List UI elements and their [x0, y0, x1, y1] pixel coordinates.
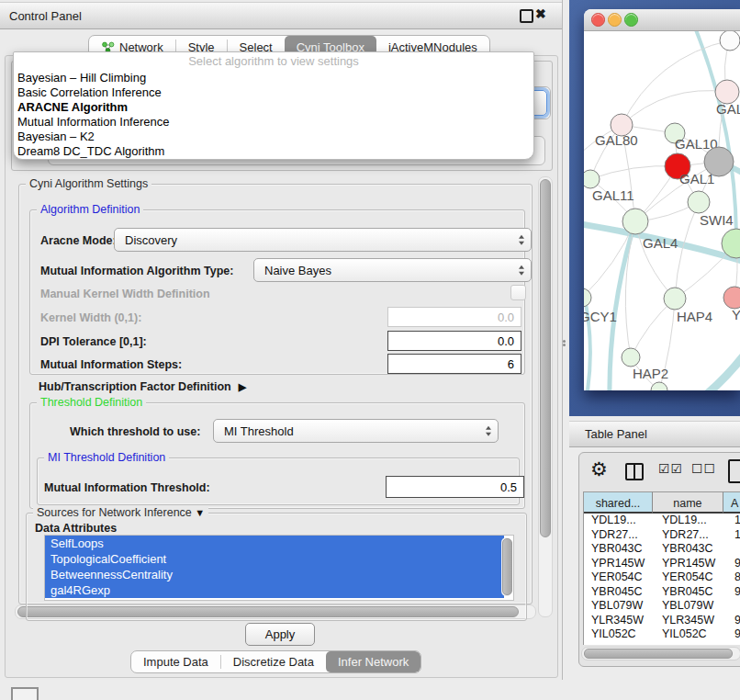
deselect-all-icon[interactable]: ☐☐ — [691, 461, 716, 476]
collapse-arrow-icon[interactable]: ▼ — [195, 507, 205, 518]
kernel-width-field[interactable]: 0.0 — [387, 307, 521, 327]
tab-discretize-data[interactable]: Discretize Data — [221, 651, 326, 672]
dropdown-option-selected[interactable]: ARACNE Algorithm — [14, 100, 533, 115]
table-cell[interactable]: YPR145W — [655, 557, 727, 571]
table-cell[interactable]: YBR043C — [584, 542, 655, 557]
network-node-hap4[interactable] — [664, 288, 686, 310]
table-cell[interactable]: YER054C — [584, 570, 655, 585]
table-cell[interactable]: 9 — [727, 627, 740, 642]
table-row[interactable]: YER054CYER054C8. — [584, 570, 740, 585]
network-node-gcy1[interactable] — [584, 288, 591, 307]
table-cell[interactable]: 13 — [727, 514, 740, 528]
network-edge[interactable] — [622, 91, 727, 125]
table-cell[interactable]: YER054C — [655, 570, 727, 585]
node-label: HAP2 — [633, 366, 668, 381]
table-row[interactable]: YBR043CYBR043C — [584, 542, 740, 557]
table-cell[interactable]: YIL052C — [655, 627, 727, 642]
table-cell[interactable]: 9. — [727, 585, 740, 600]
zoom-window-icon[interactable] — [624, 13, 638, 27]
mi-type-combobox[interactable]: Naive Bayes — [253, 258, 532, 282]
network-window[interactable]: GALGAL80GAL10GAL11GAL1GAL4SWI4GCY1HAP4YH… — [584, 9, 740, 390]
network-node-gal1[interactable] — [688, 191, 710, 213]
network-window-titlebar[interactable] — [584, 9, 740, 31]
list-scrollbar[interactable] — [501, 537, 511, 596]
dropdown-option[interactable]: Bayesian – Hill Climbing — [14, 71, 533, 85]
network-node-gal4[interactable] — [622, 209, 648, 234]
table-cell[interactable]: YBR045C — [584, 585, 655, 600]
network-canvas[interactable]: GALGAL80GAL10GAL11GAL1GAL4SWI4GCY1HAP4YH… — [584, 31, 740, 390]
table-horizontal-scrollbar[interactable] — [581, 647, 740, 660]
dropdown-option[interactable]: Bayesian – K2 — [14, 130, 533, 144]
panel-splitter-handle[interactable] — [563, 339, 567, 347]
manual-kernel-checkbox[interactable] — [510, 285, 526, 300]
minimize-window-icon[interactable] — [608, 13, 622, 27]
dropdown-option[interactable]: Dream8 DC_TDC Algorithm — [14, 144, 533, 159]
table-cell[interactable]: 9. — [727, 614, 740, 628]
table-cell[interactable]: YLR345W — [655, 614, 727, 628]
close-window-icon[interactable] — [591, 13, 605, 27]
scrollbar-thumb[interactable] — [584, 649, 733, 659]
attribute-item-selected[interactable]: SelfLoops — [45, 536, 504, 551]
mi-steps-field[interactable]: 6 — [387, 354, 521, 374]
which-threshold-combobox[interactable]: MI Threshold — [213, 419, 499, 443]
data-attributes-list[interactable]: SelfLoops TopologicalCoefficient Between… — [44, 535, 514, 601]
dropdown-option[interactable]: Mutual Information Inference — [14, 115, 533, 130]
close-icon[interactable]: ✖ — [535, 6, 546, 21]
mi-threshold-field[interactable]: 0.5 — [386, 476, 524, 498]
dropdown-option[interactable]: Basic Correlation Inference — [14, 85, 533, 100]
apply-button[interactable]: Apply — [245, 623, 315, 646]
table-cell[interactable]: YDL19... — [584, 514, 655, 528]
expand-arrow-icon[interactable]: ▶ — [239, 381, 246, 393]
table-row[interactable]: YIL052CYIL052C9 — [584, 627, 740, 642]
column-header-third[interactable]: A — [723, 491, 740, 514]
table-cell[interactable]: 8. — [727, 570, 740, 585]
table-cell[interactable]: YDR27... — [655, 528, 727, 543]
attribute-item-selected[interactable]: TopologicalCoefficient — [45, 551, 504, 567]
aracne-mode-combobox[interactable]: Discovery — [114, 228, 532, 252]
table-cell[interactable]: YDL19... — [655, 514, 727, 528]
network-node-y[interactable] — [723, 287, 740, 309]
table-cell[interactable]: YBR043C — [655, 542, 727, 557]
table-cell[interactable]: YLR345W — [584, 614, 655, 628]
settings-vertical-scrollbar[interactable] — [538, 176, 553, 617]
gear-icon[interactable]: ⚙ — [590, 458, 608, 480]
table-cell[interactable]: YDR27... — [584, 528, 655, 543]
table-row[interactable]: YLR345WYLR345W9. — [584, 614, 740, 628]
table-cell[interactable]: YBR045C — [655, 585, 727, 600]
attribute-item-selected[interactable]: BetweennessCentrality — [45, 567, 504, 582]
columns-icon[interactable] — [625, 463, 644, 480]
select-all-icon[interactable]: ☑☑ — [658, 461, 683, 476]
table-cell[interactable]: YBL079W — [584, 599, 655, 614]
network-node-hap2[interactable] — [622, 348, 640, 367]
network-node[interactable] — [651, 382, 667, 390]
table-cell[interactable]: YPR145W — [584, 557, 655, 571]
table-cell[interactable]: 9. — [727, 557, 740, 571]
hub-definition-section[interactable]: Hub/Transcription Factor Definition ▶ — [39, 380, 246, 393]
table-cell[interactable] — [727, 599, 740, 614]
dpi-tolerance-field[interactable]: 0.0 — [387, 331, 521, 351]
table-cell[interactable] — [727, 542, 740, 557]
export-table-icon[interactable] — [728, 459, 740, 483]
scrollbar-thumb[interactable] — [502, 538, 512, 595]
network-node[interactable] — [720, 31, 740, 51]
float-window-icon[interactable] — [520, 9, 533, 23]
node-label: GAL4 — [643, 235, 678, 251]
table-cell[interactable]: YBL079W — [655, 599, 727, 614]
table-row[interactable]: YDL19...YDL19...13 — [584, 514, 740, 528]
table-cell[interactable]: 12 — [727, 528, 740, 543]
network-edge[interactable] — [625, 221, 635, 357]
table-row[interactable]: YBL079WYBL079W — [584, 599, 740, 614]
floating-grip-icon[interactable] — [11, 687, 39, 700]
network-node-gal11[interactable] — [584, 170, 600, 188]
network-edge[interactable] — [665, 323, 740, 390]
tab-infer-network[interactable]: Infer Network — [326, 651, 420, 672]
table-row[interactable]: YDR27...YDR27...12 — [584, 528, 740, 543]
column-header-name[interactable]: name — [653, 491, 723, 514]
table-cell[interactable]: YIL052C — [584, 627, 655, 642]
attribute-item-selected[interactable]: gal4RGexp — [45, 582, 504, 598]
column-header-shared[interactable]: shared... — [584, 491, 653, 514]
scrollbar-thumb[interactable] — [540, 179, 551, 537]
table-row[interactable]: YBR045CYBR045C9. — [584, 585, 740, 600]
table-row[interactable]: YPR145WYPR145W9. — [584, 557, 740, 571]
tab-impute-data[interactable]: Impute Data — [131, 651, 220, 672]
